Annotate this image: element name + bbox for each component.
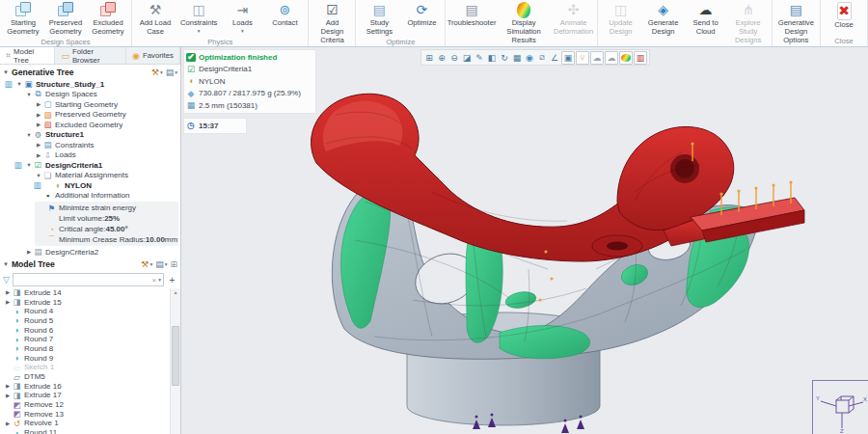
excluded-geometry-button[interactable]: Excluded Geometry — [87, 1, 129, 38]
tree-item-remove-13[interactable]: ◩Remove 13 — [0, 409, 171, 419]
tree-settings-icon[interactable]: ⚒ — [151, 68, 159, 77]
zoom-out-icon[interactable]: ⊖ — [448, 52, 460, 64]
sidebar-tab-folder-browser[interactable]: ▭Folder Browser — [55, 47, 126, 64]
tree-item-extrude-15[interactable]: ▶◨Extrude 15 — [0, 297, 171, 307]
tree-item-loads[interactable]: ▶⇩Loads — [0, 150, 180, 161]
study-settings-button[interactable]: ▤Study Settings — [358, 1, 400, 38]
orbit-icon[interactable]: ↻ — [499, 52, 510, 64]
tree-item-nylon[interactable]: ▥◖NYLON — [0, 180, 180, 191]
expand-arrow-icon[interactable]: ▶ — [35, 142, 42, 148]
add-design-criteria-button[interactable]: ☑Add Design Criteria — [311, 1, 353, 46]
zoom-window-icon[interactable]: ⊞ — [423, 52, 435, 64]
tree-item-excluded-geometry[interactable]: ▶▧Excluded Geometry — [0, 120, 180, 130]
starting-geometry-button[interactable]: Starting Geometry — [2, 1, 44, 38]
tree-item-extrude-16[interactable]: ▶◨Extrude 16 — [0, 381, 171, 391]
fit-view-icon[interactable]: ◪ — [461, 52, 473, 64]
expand-arrow-icon[interactable]: ▶ — [35, 101, 42, 107]
tree-item-structure-study-1[interactable]: ▥▼▣Structure_Study_1 — [0, 79, 180, 90]
tree-item-preserved-geometry[interactable]: ▶▨Preserved Geometry — [0, 110, 180, 121]
annotate-icon[interactable]: ✎ — [474, 52, 485, 64]
filter-input[interactable]: × ▾ — [13, 273, 164, 286]
dropdown-caret-icon[interactable]: ▾ — [198, 28, 201, 34]
close-button[interactable]: ✖Close — [823, 1, 865, 31]
collapse-arrow-icon[interactable]: ▼ — [25, 132, 33, 138]
loads-button[interactable]: ⇥Loads▾ — [221, 1, 263, 35]
tree-item-extrude-17[interactable]: ▶◨Extrude 17 — [0, 391, 171, 400]
expand-arrow-icon[interactable]: ▶ — [4, 299, 12, 305]
tree-item-round-9[interactable]: ◗Round 9 — [0, 353, 171, 363]
zoom-in-icon[interactable]: ⊕ — [436, 52, 448, 64]
tree-item-limit-volume[interactable]: Limit volume: 25% — [37, 213, 176, 224]
tree-item-designcriteria1[interactable]: ▥▼☑DesignCriteria1 — [0, 160, 180, 171]
add-load-case-button[interactable]: ⚒Add Load Case — [134, 1, 176, 38]
generative-tree-header[interactable]: ▼ Generative Tree ⚒▾ ▤▾ — [0, 65, 180, 79]
send-to-cloud-button[interactable]: ☁Send to Cloud — [685, 1, 727, 38]
expand-arrow-icon[interactable]: ▶ — [35, 112, 42, 118]
cloud-results-icon[interactable]: ☁ — [605, 51, 618, 65]
tree-settings-icon[interactable]: ⚒ — [141, 259, 149, 269]
viewport-3d[interactable]: ✔Optimization finished☑DesignCriteria1◖N… — [181, 47, 868, 434]
expand-arrow-icon[interactable]: ▶ — [4, 383, 12, 389]
scrollbar-up-icon[interactable]: ▲ — [171, 288, 180, 297]
tree-settings-caret-icon[interactable]: ▾ — [149, 261, 152, 267]
tree-item-critical-angle[interactable]: ◔Critical angle: 45.00° — [37, 224, 176, 234]
tree-item-structure1[interactable]: ▼⚙Structure1 — [0, 130, 180, 141]
show-design-space-icon[interactable]: ▣ — [561, 51, 575, 65]
scrollbar[interactable]: ▲ — [170, 288, 180, 434]
collapse-arrow-icon[interactable]: ▼ — [25, 92, 33, 97]
tree-item-round-6[interactable]: ◗Round 6 — [0, 325, 171, 335]
tree-item-sketch-1[interactable]: ▱Sketch 1 — [0, 363, 171, 372]
display-style-icon[interactable]: ◉ — [524, 52, 535, 64]
tree-item-minimize-strain-energy[interactable]: ⚑Minimize strain energy — [37, 203, 176, 213]
tree-item-remove-12[interactable]: ◩Remove 12 — [0, 400, 171, 410]
tree-item-round-8[interactable]: ◗Round 8 — [0, 344, 171, 354]
contact-button[interactable]: ⊚Contact — [263, 1, 306, 29]
tree-settings-caret-icon[interactable]: ▾ — [160, 69, 163, 75]
tree-item-constraints[interactable]: ▶▤Constraints — [0, 140, 180, 150]
model-tree-header[interactable]: ▼ Model Tree ⚒▾ ▤▾ ⊞ — [0, 258, 180, 272]
snapshot-icon[interactable]: ▦ — [511, 52, 523, 64]
optimize-button[interactable]: ⟳Optimize — [400, 1, 443, 29]
tree-item-material-assignments[interactable]: ▼❏Material Assignments — [0, 171, 180, 181]
sidebar-tab-model-tree[interactable]: ⌗Model Tree — [0, 47, 55, 64]
tree-item-revolve-1[interactable]: ▶↺Revolve 1 — [0, 419, 171, 428]
measure-icon[interactable]: ∠ — [549, 52, 560, 64]
display-simulation-results-button[interactable]: Display Simulation Results — [496, 1, 553, 46]
collapse-arrow-icon[interactable]: ▼ — [35, 173, 42, 178]
tree-search-icon[interactable]: ⊞ — [170, 259, 177, 269]
tree-item-design-spaces[interactable]: ▼⧉Design Spaces — [0, 90, 180, 100]
result-chart-icon[interactable]: ▥ — [634, 51, 647, 65]
expand-arrow-icon[interactable]: ▶ — [35, 152, 42, 158]
tree-item-designcriteria2[interactable]: ▶▤DesignCriteria2 — [0, 247, 180, 258]
tree-display-icon[interactable]: ▤ — [155, 259, 164, 269]
tree-item-round-4[interactable]: ◗Round 4 — [0, 307, 171, 316]
tree-item-round-11[interactable]: ◗Round 11 — [0, 428, 171, 434]
constraints-button[interactable]: ◫Constraints▾ — [176, 1, 221, 35]
tree-item-round-5[interactable]: ◗Round 5 — [0, 316, 171, 326]
collapse-arrow-icon[interactable]: ▼ — [15, 81, 23, 87]
cloud-status-icon[interactable]: ☁ — [590, 51, 604, 65]
generative-design-options-button[interactable]: ▤Generative Design Options — [774, 1, 818, 46]
show-loads-icon[interactable]: ⑂ — [576, 51, 589, 65]
tree-item-starting-geometry[interactable]: ▶▢Starting Geometry — [0, 99, 180, 110]
generate-design-button[interactable]: ◈Generate Design — [642, 1, 685, 38]
filter-funnel-icon[interactable]: ▽ — [3, 275, 10, 285]
preserved-geometry-button[interactable]: Preserved Geometry — [44, 1, 87, 38]
collapse-arrow-icon[interactable]: ▼ — [25, 162, 33, 168]
add-filter-button[interactable]: + — [167, 275, 177, 285]
sidebar-tab-favorites[interactable]: ◉Favorites — [126, 47, 180, 64]
tree-item-extrude-14[interactable]: ▶◨Extrude 14 — [0, 288, 171, 298]
expand-arrow-icon[interactable]: ▶ — [4, 420, 12, 426]
tree-display-caret-icon[interactable]: ▾ — [175, 69, 177, 75]
tree-display-caret-icon[interactable]: ▾ — [165, 261, 168, 267]
tree-display-icon[interactable]: ▤ — [166, 68, 175, 77]
tree-item-dtm5[interactable]: ▱DTM5 — [0, 372, 171, 382]
troubleshooter-button[interactable]: ▤Troubleshooter — [448, 1, 495, 29]
collapse-caret-icon[interactable]: ▼ — [3, 69, 9, 75]
filter-dropdown-icon[interactable]: ▾ — [158, 277, 161, 283]
dropdown-caret-icon[interactable]: ▾ — [241, 28, 244, 34]
orientation-triad[interactable]: X Y Z — [812, 380, 868, 434]
tree-item-additional-information[interactable]: ▪Additional Information — [0, 191, 180, 202]
tree-item-round-7[interactable]: ◗Round 7 — [0, 335, 171, 344]
clear-filter-icon[interactable]: × — [150, 276, 159, 285]
